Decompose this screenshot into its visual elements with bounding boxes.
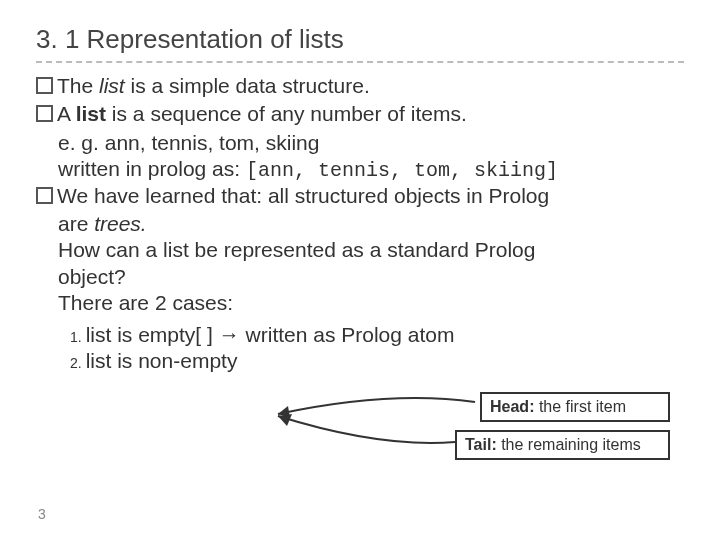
ordered-list: 1.list is empty[ ] → written as Prolog a… xyxy=(70,322,684,375)
list-number: 1. xyxy=(70,329,82,345)
text: are xyxy=(58,212,94,235)
bullet-3-q1: How can a list be represented as a stand… xyxy=(58,237,684,263)
text: is a simple data structure. xyxy=(125,74,370,97)
emphasis-trees: trees. xyxy=(94,212,147,235)
bullet-3-cases: There are 2 cases: xyxy=(58,290,684,316)
bullet-square-icon xyxy=(36,105,53,122)
svg-marker-1 xyxy=(278,414,292,426)
bullet-1: The list is a simple data structure. xyxy=(36,73,684,99)
arrow-icon: → xyxy=(219,323,240,346)
text: written as Prolog atom xyxy=(240,323,455,346)
page-number: 3 xyxy=(38,506,46,522)
bullet-2-eg: e. g. ann, tennis, tom, skiing xyxy=(58,130,684,156)
bold-list: list xyxy=(76,102,106,125)
bullet-2: A list is a sequence of any number of it… xyxy=(36,101,684,127)
code-snippet: [ann, tennis, tom, skiing] xyxy=(246,159,558,182)
list-number: 2. xyxy=(70,355,82,371)
callout-text: the first item xyxy=(534,398,626,415)
text: is a sequence of any number of items. xyxy=(106,102,467,125)
connector-arrow-tail xyxy=(270,410,460,450)
text: list is non-empty xyxy=(86,349,238,372)
text: list is empty[ ] xyxy=(86,323,219,346)
list-item-1: 1.list is empty[ ] → written as Prolog a… xyxy=(70,322,684,348)
bullet-2-written: written in prolog as: [ann, tennis, tom,… xyxy=(58,156,684,183)
connector-arrow-head xyxy=(270,392,480,422)
bullet-3-cont: are trees. xyxy=(58,211,684,237)
text: written in prolog as: xyxy=(58,157,246,180)
callout-text: the remaining items xyxy=(497,436,641,453)
callout-head: Head: the first item xyxy=(480,392,670,422)
slide-title: 3. 1 Representation of lists xyxy=(36,24,684,55)
text: We have learned that: all structured obj… xyxy=(57,184,549,207)
callout-tail: Tail: the remaining items xyxy=(455,430,670,460)
bullet-square-icon xyxy=(36,187,53,204)
callout-label: Tail: xyxy=(465,436,497,453)
emphasis-list: list xyxy=(99,74,125,97)
text: The xyxy=(57,74,99,97)
bullet-3-q2: object? xyxy=(58,264,684,290)
svg-marker-0 xyxy=(278,406,290,418)
callout-label: Head: xyxy=(490,398,534,415)
text: A xyxy=(57,102,76,125)
title-divider xyxy=(36,61,684,63)
bullet-3: We have learned that: all structured obj… xyxy=(36,183,684,209)
slide-body: The list is a simple data structure. A l… xyxy=(36,73,684,375)
list-item-2: 2.list is non-empty xyxy=(70,348,684,374)
bullet-square-icon xyxy=(36,77,53,94)
